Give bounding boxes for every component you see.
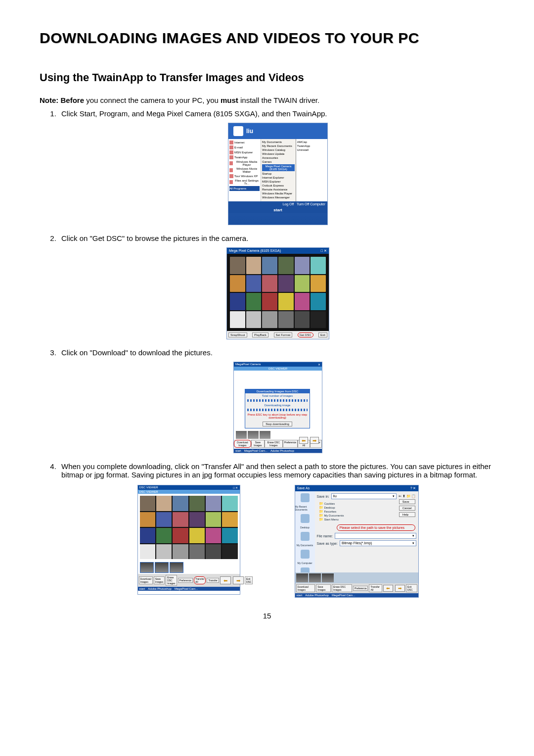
save-type-dropdown: Bitmap Files(*.bmp)▾ xyxy=(340,540,416,546)
get-dsc-button: Get DSC xyxy=(298,332,313,337)
save-button: Save xyxy=(399,499,415,504)
prev-arrow-icon: ⬅ xyxy=(220,576,231,584)
thumbnail-strip xyxy=(138,561,240,574)
color-grid xyxy=(140,496,238,559)
document-page: DOWNLOADING IMAGES AND VIDEOS TO YOUR PC… xyxy=(0,0,534,640)
start-menu-user: liu xyxy=(228,123,327,139)
taskbar: start Adobe Photoshop MegaPixel Cam... xyxy=(295,593,418,597)
prev-arrow-icon: ⬅ xyxy=(299,437,308,444)
step-1-text: Click Start, Program, and Mega Pixel Cam… xyxy=(61,109,327,118)
note-prefix: Note: Before xyxy=(40,96,84,104)
screenshot-transfer-all: DSC VIEWER□ ✕ DSC VIEWER Download Images… xyxy=(137,485,240,595)
main-heading: DOWNLOADING IMAGES AND VIDEOS TO YOUR PC xyxy=(40,30,494,47)
thumbnail-strip xyxy=(236,431,270,439)
screenshot-color-grid: Mega Pixel Camera (8105 SXGA)□ ✕ SnapSho… xyxy=(226,247,329,339)
note-paragraph: Note: Before you connect the camera to y… xyxy=(40,96,494,104)
step-2: Click on "Get DSC" to browse the picture… xyxy=(58,234,494,339)
download-dialog: Downloading Images from DSC Total number… xyxy=(245,389,310,428)
note-mid: you connect the camera to your PC, you xyxy=(84,96,221,104)
step-2-text: Click on "Get DSC" to browse the picture… xyxy=(61,234,248,242)
step-3: Click on "Download" to download the pict… xyxy=(58,348,494,453)
help-button: Help xyxy=(399,512,415,517)
note-suffix: install the TWAIN driver. xyxy=(238,96,319,104)
window-titlebar: Mega Pixel Camera (8105 SXGA)□ ✕ xyxy=(227,248,329,254)
screenshot-start-menu: liu Internet E-mail MSN Explorer TwainAp… xyxy=(228,123,328,225)
transfer-all-button: Transfer All xyxy=(194,576,206,584)
next-arrow-icon: ➡ xyxy=(233,576,244,584)
screenshot-save-as-dialog: Save As? ✕ My Recent Documents Desktop M… xyxy=(295,485,419,598)
step-3-text: Click on "Download" to download the pict… xyxy=(61,348,213,357)
taskbar: start MegaPixel Cam... Adobe Photoshop xyxy=(234,449,322,453)
taskbar: start Adobe Photoshop MegaPixel Cam... xyxy=(138,587,240,591)
cancel-button: Cancel xyxy=(399,506,415,511)
filename-field: ▾ xyxy=(335,533,416,539)
annotation-callout: Please select the path to save the pictu… xyxy=(337,524,415,531)
save-type-label: Save as type: xyxy=(317,542,338,545)
section-heading: Using the TwainApp to Transfer Images an… xyxy=(40,71,494,84)
save-as-buttons: Save Cancel Help xyxy=(399,499,415,517)
stop-download-button: Stop downloading xyxy=(263,422,292,426)
filename-label: File name: xyxy=(317,534,333,538)
color-checker-grid xyxy=(227,254,329,331)
highlighted-program: Mega Pixel Camera (8105 SXGA) xyxy=(262,164,295,171)
start-menu-left-column: Internet E-mail MSN Explorer TwainApp Wi… xyxy=(228,139,261,201)
note-must: must xyxy=(221,96,238,104)
page-number: 15 xyxy=(40,612,494,620)
download-images-button: Download Images xyxy=(234,440,251,448)
screenshot-download-dialog: MegaPixel Camera✕ DSC VIEWER Downloading… xyxy=(233,362,322,453)
step-1: Click Start, Program, and Mega Pixel Cam… xyxy=(58,109,494,225)
viewer-button-bar: Download Images Save Images Erase DSC Im… xyxy=(138,574,240,587)
start-menu-programs-column: My Documents My Recent Documents Windows… xyxy=(261,139,296,201)
save-in-label: Save in: xyxy=(317,495,329,498)
start-menu-submenu: AMCap TwainApp Uninstall xyxy=(296,139,327,201)
save-in-dropdown: liu▾ xyxy=(331,493,397,499)
all-programs: All Programs xyxy=(229,186,260,191)
user-name: liu xyxy=(246,128,253,135)
taskbar: start xyxy=(228,207,327,213)
steps-list: Click Start, Program, and Mega Pixel Cam… xyxy=(40,109,494,598)
user-avatar xyxy=(233,126,243,136)
camera-buttons: SnapShoot PlayBack Set Format Get DSC Ex… xyxy=(227,331,329,339)
next-arrow-icon: ➡ xyxy=(310,437,319,444)
step-4-text: When you complete downloading, click on … xyxy=(61,462,491,479)
start-menu-bottom: Log Off Turn Off Computer xyxy=(228,201,327,207)
step-4: When you complete downloading, click on … xyxy=(58,462,494,598)
